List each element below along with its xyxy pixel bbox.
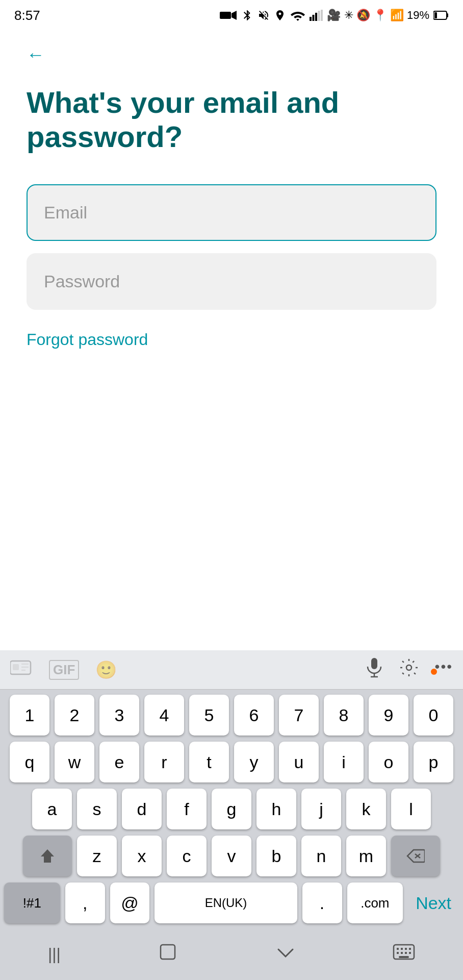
svg-rect-24 (397, 948, 399, 950)
asdf-row: a s d f g h j k l (4, 789, 459, 829)
key-y[interactable]: y (234, 742, 274, 782)
forgot-password-link[interactable]: Forgot password (27, 330, 148, 349)
key-b[interactable]: b (256, 836, 296, 876)
bluetooth-icon (241, 9, 253, 21)
svg-rect-5 (318, 11, 320, 21)
keyboard-keys: 1 2 3 4 5 6 7 8 9 0 q w e r t y u i o p … (0, 690, 463, 923)
key-g[interactable]: g (212, 789, 251, 829)
key-8[interactable]: 8 (324, 695, 364, 736)
keyboard-toolbar: GIF 🙂 ••• (0, 650, 463, 690)
key-2[interactable]: 2 (55, 695, 94, 736)
microphone-icon[interactable] (366, 657, 383, 682)
at-key[interactable]: @ (110, 883, 150, 923)
key-c[interactable]: c (167, 836, 207, 876)
shift-key[interactable] (23, 836, 72, 876)
back-arrow-icon: ← (27, 44, 45, 65)
key-w[interactable]: w (55, 742, 94, 782)
svg-rect-25 (401, 948, 403, 950)
key-o[interactable]: o (369, 742, 408, 782)
key-3[interactable]: 3 (99, 695, 139, 736)
bottom-row: !#1 , @ EN(UK) . .com Next (4, 883, 459, 923)
notification-dot (431, 669, 437, 675)
key-d[interactable]: d (122, 789, 162, 829)
status-icons: 🎥 ✳ 🔕 📍 📶 19% (220, 9, 449, 22)
key-h[interactable]: h (256, 789, 296, 829)
svg-rect-29 (401, 952, 403, 954)
gif-icon[interactable]: GIF (49, 660, 79, 680)
svg-rect-9 (434, 12, 437, 18)
settings-icon[interactable] (399, 658, 419, 681)
key-u[interactable]: u (279, 742, 319, 782)
svg-rect-28 (397, 952, 399, 954)
more-options-icon[interactable]: ••• (435, 658, 453, 674)
key-v[interactable]: v (212, 836, 251, 876)
key-m[interactable]: m (346, 836, 386, 876)
svg-rect-0 (220, 12, 231, 19)
svg-rect-31 (409, 952, 411, 954)
symbols-key[interactable]: !#1 (4, 883, 60, 923)
nav-bar: ||| (0, 932, 463, 980)
key-p[interactable]: p (414, 742, 453, 782)
svg-rect-3 (313, 15, 315, 21)
key-q[interactable]: q (10, 742, 49, 782)
dotcom-key[interactable]: .com (347, 883, 403, 923)
key-k[interactable]: k (346, 789, 386, 829)
svg-rect-4 (315, 13, 317, 21)
svg-rect-2 (310, 17, 312, 21)
back-button[interactable]: ← (27, 44, 45, 65)
key-6[interactable]: 6 (234, 695, 274, 736)
video-icon (220, 10, 237, 21)
zxcv-row: z x c v b n m (4, 836, 459, 876)
svg-rect-15 (371, 658, 377, 669)
key-0[interactable]: 0 (414, 695, 453, 736)
wifi-icon (290, 10, 305, 21)
key-1[interactable]: 1 (10, 695, 49, 736)
key-e[interactable]: e (99, 742, 139, 782)
key-l[interactable]: l (391, 789, 431, 829)
period-key[interactable]: . (302, 883, 342, 923)
key-s[interactable]: s (77, 789, 117, 829)
email-field-wrapper (27, 184, 436, 253)
svg-rect-30 (405, 952, 407, 954)
backspace-key[interactable] (391, 836, 440, 876)
nav-home-icon[interactable] (157, 941, 179, 968)
svg-rect-27 (409, 948, 411, 950)
key-z[interactable]: z (77, 836, 117, 876)
emoji-icon[interactable]: 🙂 (95, 659, 117, 680)
key-5[interactable]: 5 (189, 695, 229, 736)
more-options-wrapper: ••• (435, 658, 453, 681)
nav-back-icon[interactable]: ||| (48, 945, 61, 964)
key-i[interactable]: i (324, 742, 364, 782)
password-input[interactable] (27, 253, 436, 310)
svg-rect-26 (405, 948, 407, 950)
sticker-icon[interactable] (10, 659, 33, 680)
svg-rect-32 (399, 956, 409, 958)
key-x[interactable]: x (122, 836, 162, 876)
svg-rect-11 (13, 664, 19, 670)
status-time: 8:57 (14, 8, 40, 23)
svg-rect-22 (161, 945, 175, 959)
key-9[interactable]: 9 (369, 695, 408, 736)
space-key[interactable]: EN(UK) (155, 883, 297, 923)
key-a[interactable]: a (32, 789, 72, 829)
email-input[interactable] (27, 184, 436, 241)
key-t[interactable]: t (189, 742, 229, 782)
key-j[interactable]: j (301, 789, 341, 829)
key-4[interactable]: 4 (144, 695, 184, 736)
key-r[interactable]: r (144, 742, 184, 782)
qwerty-row: q w e r t y u i o p (4, 742, 459, 782)
next-key[interactable]: Next (408, 883, 459, 923)
comma-key[interactable]: , (65, 883, 105, 923)
keyboard-area: GIF 🙂 ••• 1 2 3 4 (0, 650, 463, 980)
number-row: 1 2 3 4 5 6 7 8 9 0 (4, 695, 459, 736)
key-f[interactable]: f (167, 789, 207, 829)
mute-icon (258, 9, 270, 21)
key-7[interactable]: 7 (279, 695, 319, 736)
signal-icon (310, 10, 323, 21)
nav-recent-icon[interactable] (274, 945, 297, 964)
svg-marker-1 (232, 11, 237, 20)
key-n[interactable]: n (301, 836, 341, 876)
nav-keyboard-icon[interactable] (393, 943, 415, 966)
location-icon (274, 9, 286, 21)
status-bar: 8:57 🎥 ✳ 🔕 📍 📶 19% (0, 0, 463, 29)
